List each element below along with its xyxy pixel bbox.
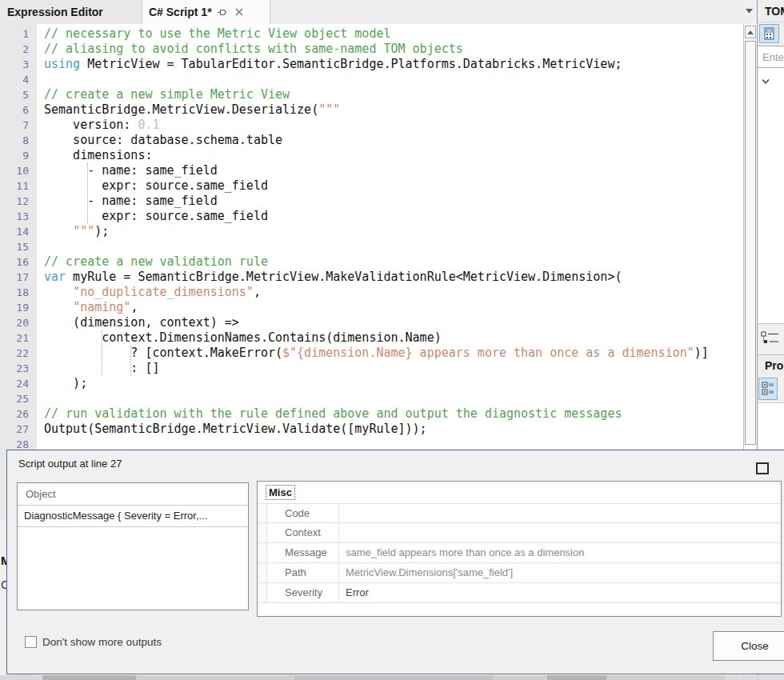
line-number: 19 — [0, 300, 37, 315]
property-category-misc[interactable]: Misc — [258, 482, 781, 503]
script-output-dialog: Script output at line 27 Object Diagnost… — [6, 450, 784, 674]
property-row-gutter — [258, 583, 267, 602]
code-line[interactable]: using MetricView = TabularEditor.Semanti… — [44, 57, 743, 72]
checkbox-box[interactable] — [25, 636, 37, 648]
line-number: 6 — [0, 102, 37, 118]
code-line[interactable]: expr: source.same_field — [44, 178, 743, 194]
pin-icon[interactable] — [216, 6, 229, 18]
line-number: 16 — [0, 254, 37, 270]
line-number: 11 — [0, 178, 37, 194]
code-line[interactable]: ? [context.MakeError($"{dimension.Name} … — [44, 346, 743, 361]
code-line[interactable] — [44, 72, 743, 87]
property-value[interactable]: Error — [339, 583, 781, 602]
code-line[interactable]: var myRule = SemanticBridge.MetricView.M… — [44, 270, 743, 285]
property-grid: Misc CodeContextMessagesame_field appear… — [257, 481, 782, 617]
checkbox-label: Don't show more outputs — [42, 636, 162, 648]
tab-csharp-script[interactable]: C# Script 1* — [142, 0, 270, 24]
line-number: 24 — [0, 376, 37, 391]
indent-guide — [87, 163, 88, 224]
line-number: 25 — [0, 391, 37, 406]
line-number: 7 — [0, 118, 37, 133]
line-number: 13 — [0, 209, 37, 224]
property-row[interactable]: SeverityError — [258, 583, 781, 603]
grid-strip-segment — [493, 675, 547, 680]
calculator-icon[interactable] — [759, 24, 779, 43]
code-line[interactable]: expr: source.same_field — [44, 209, 743, 224]
code-line[interactable] — [44, 391, 743, 406]
property-row[interactable]: Context — [258, 523, 781, 543]
grid-strip-segment — [547, 675, 606, 680]
code-line[interactable]: context.DimensionNames.Contains(dimensio… — [44, 330, 743, 346]
tom-panel-title-text: TOM — [765, 5, 784, 18]
background-grid-strip — [0, 675, 784, 680]
background-fragment-c: C — [1, 578, 6, 591]
line-number: 10 — [0, 163, 37, 178]
code-line[interactable]: """); — [44, 224, 743, 239]
property-row-gutter — [258, 523, 267, 542]
background-fragment-m: M — [1, 554, 6, 567]
code-line[interactable]: // create a new validation rule — [44, 254, 743, 270]
close-button[interactable]: Close — [713, 631, 784, 661]
tom-search-box — [758, 46, 784, 68]
code-line[interactable]: - name: same_field — [44, 163, 743, 178]
property-value[interactable]: same_field appears more than once as a d… — [339, 543, 781, 562]
object-list-item[interactable]: DiagnosticMessage { Severity = Error,... — [18, 506, 248, 527]
dont-show-checkbox[interactable]: Don't show more outputs — [25, 636, 162, 648]
property-row[interactable]: Code — [258, 503, 781, 523]
line-number: 3 — [0, 57, 37, 72]
tab-expression-editor[interactable]: Expression Editor — [0, 0, 142, 24]
tree-list-icon[interactable] — [761, 330, 780, 351]
grid-strip-segment — [42, 675, 136, 680]
tom-toolbar — [758, 22, 784, 46]
property-label: Path — [267, 563, 339, 582]
grid-strip-segment — [606, 675, 725, 680]
properties-grid-area — [758, 402, 784, 453]
scrollbar-thumb[interactable] — [745, 41, 756, 445]
line-number: 23 — [0, 361, 37, 376]
code-line[interactable]: source: database.schema.table — [44, 133, 743, 148]
maximize-icon[interactable] — [756, 462, 769, 474]
property-value[interactable]: MetricView.Dimensions['same_field'] — [339, 563, 781, 582]
code-line[interactable]: "naming", — [44, 300, 743, 315]
code-line[interactable]: (dimension, context) => — [44, 315, 743, 330]
line-number: 8 — [0, 133, 37, 148]
tom-tree[interactable] — [758, 68, 784, 323]
scroll-up-icon[interactable] — [745, 26, 756, 38]
chevron-down-icon[interactable] — [761, 74, 770, 88]
code-line[interactable]: - name: same_field — [44, 194, 743, 209]
indent-guide — [130, 346, 131, 376]
code-line[interactable]: version: 0.1 — [44, 118, 743, 133]
line-number: 9 — [0, 148, 37, 163]
code-line[interactable]: : [] — [44, 361, 743, 376]
properties-panel-title-text: Pro — [765, 359, 783, 372]
property-value[interactable] — [339, 523, 781, 542]
property-row[interactable]: Messagesame_field appears more than once… — [258, 543, 781, 563]
categorized-view-icon[interactable] — [758, 378, 778, 400]
property-label: Severity — [267, 583, 339, 602]
indent-guide — [102, 330, 102, 376]
property-value[interactable] — [339, 504, 781, 522]
line-number: 14 — [0, 224, 37, 239]
close-tab-icon[interactable] — [233, 6, 246, 18]
code-line[interactable]: ); — [44, 376, 743, 391]
tom-search-input[interactable] — [758, 46, 784, 67]
code-line[interactable]: // necessary to use the Metric View obje… — [44, 26, 743, 42]
code-line[interactable]: dimensions: — [44, 148, 743, 163]
properties-toolbar — [758, 376, 784, 402]
code-line[interactable]: // create a new simple Metric View — [44, 87, 743, 102]
property-row-gutter — [258, 563, 267, 582]
code-line[interactable] — [44, 239, 743, 254]
code-line[interactable]: SemanticBridge.MetricView.Deserialize(""… — [44, 102, 743, 118]
line-number: 5 — [0, 87, 37, 102]
property-row[interactable]: PathMetricView.Dimensions['same_field'] — [258, 563, 781, 583]
dialog-title: Script output at line 27 — [18, 458, 122, 470]
code-line[interactable]: "no_duplicate_dimensions", — [44, 285, 743, 300]
code-line[interactable]: // run validation with the rule defined … — [44, 406, 743, 422]
line-number: 26 — [0, 406, 37, 422]
code-line[interactable]: // aliasing to avoid conflicts with same… — [44, 42, 743, 57]
tab-list-dropdown-icon[interactable] — [743, 6, 754, 17]
property-label: Context — [267, 523, 339, 542]
line-number: 12 — [0, 194, 37, 209]
code-line[interactable]: Output(SemanticBridge.MetricView.Validat… — [44, 422, 743, 437]
property-row-gutter — [258, 504, 267, 522]
